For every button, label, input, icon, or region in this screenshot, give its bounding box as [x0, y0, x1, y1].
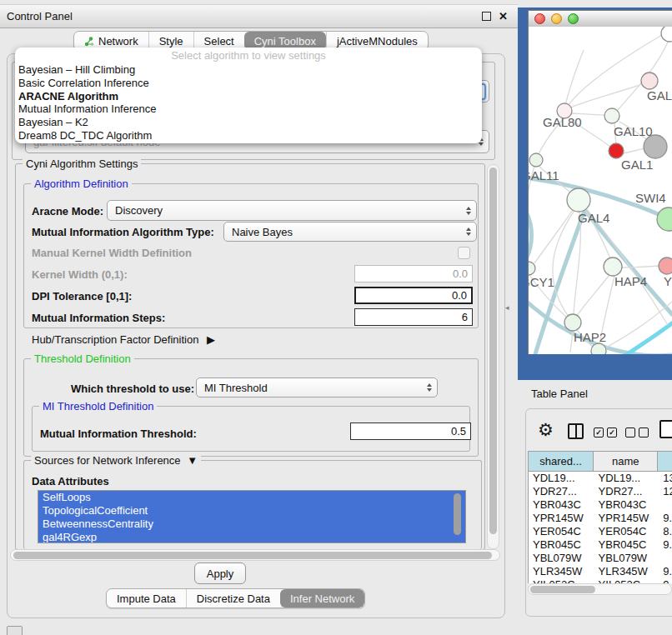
table-cell: YLR345W: [529, 565, 594, 578]
table-row[interactable]: YPR145WYPR145W9.: [529, 512, 672, 525]
network-node-gal1[interactable]: [609, 143, 624, 158]
apply-button[interactable]: Apply: [194, 562, 246, 584]
network-node[interactable]: [591, 343, 606, 354]
algorithm-option-bayesian-k2[interactable]: Bayesian – K2: [15, 116, 482, 129]
table-row[interactable]: YDR27...YDR27...12: [529, 485, 672, 498]
network-edge[interactable]: [627, 323, 672, 354]
kernel-width-field[interactable]: 0.0: [354, 265, 473, 282]
network-node-gal[interactable]: [641, 72, 658, 89]
which-threshold-combo[interactable]: MI Threshold: [196, 378, 438, 398]
column-header-a[interactable]: A: [658, 452, 672, 471]
settings-vscrollbar[interactable]: [487, 164, 499, 549]
network-node-label-gal1: GAL1: [621, 158, 653, 172]
attribute-item-betweennesscentrality[interactable]: BetweennessCentrality: [38, 518, 465, 531]
network-window-titlebar[interactable]: [529, 11, 672, 28]
algorithm-option-list: Bayesian – Hill ClimbingBasic Correlatio…: [15, 63, 482, 142]
list-scrollbar-thumb[interactable]: [454, 493, 461, 535]
settings-vscrollbar-thumb[interactable]: [489, 168, 497, 534]
expand-right-icon[interactable]: ▶: [207, 333, 215, 346]
tab-infer-network[interactable]: Infer Network: [280, 589, 364, 608]
combo-stepper-icon[interactable]: [463, 225, 474, 238]
select-all-checks-icon[interactable]: ✓✓: [594, 428, 617, 438]
network-node-gal11[interactable]: [529, 153, 543, 167]
app-root: Control Panel ✕ NetworkStyleSelectCyni T…: [0, 0, 672, 635]
mi-threshold-label: Mutual Information Threshold:: [40, 428, 197, 440]
mi-steps-field[interactable]: 6: [354, 308, 473, 326]
algorithm-dropdown-placeholder: Select algorithm to view settings: [15, 48, 482, 63]
attribute-item-topologicalcoefficient[interactable]: TopologicalCoefficient: [38, 504, 465, 518]
table-cell: [659, 498, 672, 512]
combo-stepper-icon[interactable]: [463, 204, 474, 218]
table-row[interactable]: YDL19...YDL19...13: [529, 472, 672, 485]
aracne-mode-combo[interactable]: Discovery: [107, 200, 477, 221]
tab-impute-data[interactable]: Impute Data: [107, 589, 186, 608]
close-traffic-light-icon[interactable]: [534, 13, 545, 24]
control-panel-title: Control Panel: [7, 10, 73, 22]
table-cell: [659, 552, 672, 565]
close-icon[interactable]: ✕: [499, 11, 508, 22]
minimize-traffic-light-icon[interactable]: [551, 13, 562, 24]
column-header-name[interactable]: name: [594, 452, 658, 471]
network-node-gcy1[interactable]: [529, 262, 535, 275]
dpi-tolerance-field[interactable]: 0.0: [354, 287, 473, 304]
network-node-label-gal4: GAL4: [578, 211, 609, 225]
network-edge[interactable]: [622, 266, 659, 268]
data-attributes-list[interactable]: SelfLoopsTopologicalCoefficientBetweenne…: [38, 490, 466, 543]
table-hscrollbar-thumb[interactable]: [530, 586, 595, 593]
combo-stepper-icon[interactable]: [424, 381, 434, 394]
document-icon[interactable]: [659, 420, 672, 438]
zoom-traffic-light-icon[interactable]: [568, 13, 579, 24]
table-hscrollbar[interactable]: [528, 583, 672, 595]
mi-type-combo[interactable]: Naive Bayes: [223, 222, 477, 242]
collapse-down-icon[interactable]: ▼: [187, 454, 198, 467]
settings-hscrollbar-thumb[interactable]: [13, 552, 492, 559]
network-edge[interactable]: [606, 302, 672, 348]
network-node[interactable]: [661, 27, 672, 42]
float-window-icon[interactable]: [482, 12, 491, 21]
minimized-panel-icon[interactable]: [7, 626, 23, 635]
column-layout-icon[interactable]: [568, 423, 584, 439]
deselect-all-checks-icon[interactable]: [625, 428, 649, 438]
network-edge[interactable]: [565, 50, 584, 105]
gear-icon[interactable]: ⚙: [538, 421, 554, 438]
table-cell: YBL079W: [529, 552, 594, 565]
mi-threshold-field[interactable]: 0.5: [350, 422, 471, 440]
attribute-item-selfloops[interactable]: SelfLoops: [38, 491, 465, 504]
tab-style-label: Style: [159, 35, 183, 48]
mi-threshold-group-title: MI Threshold Definition: [39, 400, 157, 412]
network-node-hap2[interactable]: [564, 314, 581, 331]
network-node-y[interactable]: [659, 258, 672, 274]
network-edge[interactable]: [577, 275, 609, 316]
algorithm-option-bayesian-hill-climbing[interactable]: Bayesian – Hill Climbing: [15, 63, 482, 77]
network-node-swi4[interactable]: [657, 208, 672, 231]
network-node-gal4[interactable]: [567, 188, 590, 212]
column-header-shared[interactable]: shared...: [529, 452, 594, 471]
attribute-item-gal4rgexp[interactable]: gal4RGexp: [38, 531, 465, 543]
network-node-hap4[interactable]: [604, 258, 622, 276]
table-row[interactable]: YBR045CYBR045C9.: [529, 538, 672, 552]
network-node[interactable]: [644, 135, 667, 158]
settings-hscrollbar[interactable]: [10, 549, 500, 561]
table-row[interactable]: YER054CYER054C8.: [529, 525, 672, 538]
sources-group-title[interactable]: Sources for Network Inference ▼: [31, 454, 201, 467]
hub-definition-label[interactable]: Hub/Transcription Factor Definition ▶: [32, 333, 215, 346]
table-row[interactable]: YBL079WYBL079W: [529, 552, 672, 565]
algorithm-option-mutual-information-inference[interactable]: Mutual Information Inference: [15, 102, 482, 116]
network-edge[interactable]: [529, 200, 532, 272]
tab-discretize-data[interactable]: Discretize Data: [186, 589, 280, 608]
table-row[interactable]: YBR043CYBR043C: [529, 498, 672, 512]
network-edge[interactable]: [571, 84, 642, 108]
algorithm-option-basic-correlation-inference[interactable]: Basic Correlation Inference: [15, 77, 482, 90]
table-cell: YBR043C: [594, 498, 659, 512]
table-row[interactable]: YLR345WYLR345W9.: [529, 565, 672, 578]
algorithm-option-dream8-dc-tdc-algorithm[interactable]: Dream8 DC_TDC Algorithm: [15, 129, 482, 142]
table-cell: 9.: [659, 512, 672, 525]
split-divider-handle-icon[interactable]: ◂: [505, 303, 509, 312]
manual-kernel-checkbox[interactable]: [458, 247, 470, 259]
algorithm-option-aracne-algorithm[interactable]: ARACNE Algorithm: [15, 90, 482, 103]
network-canvas[interactable]: GALGAL80GAL10GAL1GAL11GAL4SWI4GCY1HAP4YH…: [529, 27, 672, 354]
network-edge[interactable]: [623, 148, 644, 153]
table-cell: YBR045C: [594, 538, 659, 552]
table-cell: YPR145W: [594, 512, 659, 525]
network-node-gal10[interactable]: [604, 108, 619, 123]
